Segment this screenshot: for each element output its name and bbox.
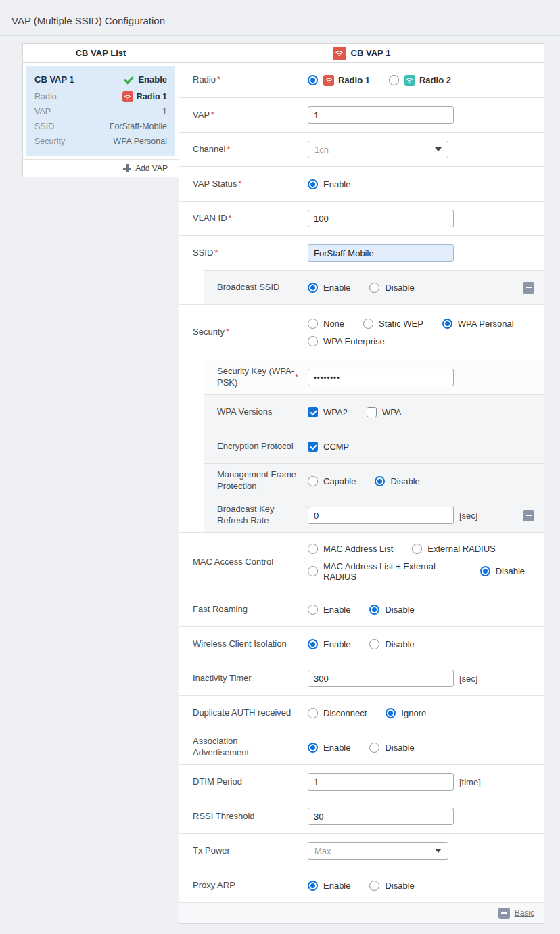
required-asterisk: * [295,372,298,383]
form-row-vap-status: VAP Status * Enable [179,166,544,201]
dtim-period-input[interactable] [308,773,454,791]
radio-button[interactable] [308,708,318,718]
radio-option-proxy-arp-enable[interactable]: Enable [308,881,350,891]
checkbox[interactable] [308,407,318,417]
field-label-radio: Radio [193,74,216,86]
vap-card-radio-value: Radio 1 [137,92,167,101]
field-label-wireless-client-isolation: Wireless Client Isolation [193,638,287,650]
vap-card-row-ssid: SSID ForStaff-Mobile [34,119,167,134]
vap-form-title: CB VAP 1 [351,48,391,58]
radio-option-broadcast-ssid-disable[interactable]: Disable [369,283,414,293]
vap-card-status: Enable [124,74,167,85]
radio-button[interactable] [369,639,379,649]
chevron-down-icon [435,849,442,853]
broadcast-key-refresh-rate-input[interactable] [308,507,454,524]
radio-button[interactable] [308,179,318,189]
radio-button[interactable] [308,743,318,753]
radio-option-wci-disable[interactable]: Disable [369,639,414,649]
vap-input[interactable] [308,106,454,124]
checkbox-option-wpa2[interactable]: WPA2 [308,407,348,417]
checkbox-option-wpa[interactable]: WPA [367,407,402,417]
channel-select-value: 1ch [314,145,329,155]
radio-option-radio2[interactable]: Radio 2 [389,75,451,86]
collapse-minus-button[interactable] [523,282,534,294]
radio-option-mac-address-list[interactable]: MAC Address List [308,544,393,554]
collapse-minus-button[interactable] [523,510,534,521]
radio-button[interactable] [386,708,396,718]
radio-button[interactable] [308,283,318,293]
required-asterisk: * [211,110,214,121]
field-label-vap: VAP [193,110,210,121]
field-label-wpa-versions: WPA Versions [217,406,272,418]
rssi-threshold-input[interactable] [308,808,454,825]
radio-button[interactable] [369,283,379,293]
radio-button[interactable] [308,566,318,576]
basic-link[interactable]: Basic [515,908,534,918]
radio-option-mac-list-plus-radius[interactable]: MAC Address List + External RADIUS [308,561,461,582]
form-row-radio: Radio * Radio 1 Radio 2 [179,63,544,97]
vap-configuration-content: CB VAP List CB VAP 1 Enable Radio [22,43,544,924]
radio-button[interactable] [308,476,318,486]
radio-button[interactable] [363,319,373,329]
radio-button[interactable] [369,605,379,615]
radio-button[interactable] [389,75,399,85]
form-row-broadcast-ssid: Broadcast SSID Enable Disable [204,270,544,304]
inactivity-timer-input[interactable] [308,670,454,687]
vlan-id-input[interactable] [308,210,454,227]
field-label-inactivity-timer: Inactivity Timer [193,673,252,684]
radio-option-assoc-adv-enable[interactable]: Enable [308,743,350,753]
checkbox[interactable] [367,407,377,417]
radio-button[interactable] [308,639,318,649]
radio-option-dup-auth-ignore[interactable]: Ignore [386,708,426,718]
field-label-broadcast-key-refresh-rate: Broadcast Key Refresh Rate [217,504,297,527]
radio-option-security-none[interactable]: None [308,319,344,329]
security-key-input[interactable] [308,369,454,386]
radio-button[interactable] [308,336,318,346]
radio-option-dup-auth-disconnect[interactable]: Disconnect [308,708,367,718]
tx-power-select[interactable]: Max [308,842,448,860]
vap-form-header: CB VAP 1 [179,44,544,63]
radio-button[interactable] [480,566,490,576]
radio-option-external-radius[interactable]: External RADIUS [412,544,495,554]
radio-option-mac-acl-disable[interactable]: Disable [480,566,525,576]
radio-button[interactable] [375,476,385,486]
radio-option-radio1[interactable]: Radio 1 [308,75,370,86]
form-footer: Basic [179,902,544,923]
radio-button[interactable] [308,881,318,891]
radio-option-assoc-adv-disable[interactable]: Disable [369,743,414,753]
radio-option-proxy-arp-disable[interactable]: Disable [369,881,414,891]
field-label-tx-power: Tx Power [193,845,230,857]
radio-option-security-wpa-personal[interactable]: WPA Personal [442,319,514,329]
checkbox-option-ccmp[interactable]: CCMP [308,442,349,452]
required-asterisk: * [214,248,218,259]
radio-option-fast-roaming-disable[interactable]: Disable [369,605,414,615]
add-vap-link[interactable]: Add VAP [135,164,168,173]
radio-button[interactable] [369,881,379,891]
ssid-input[interactable] [308,244,454,262]
radio-button[interactable] [412,544,422,554]
field-label-vap-status: VAP Status [193,179,237,190]
radio-option-mfp-capable[interactable]: Capable [308,476,356,486]
radio-option-security-wpa-enterprise[interactable]: WPA Enterprise [308,336,385,346]
radio-button[interactable] [308,544,318,554]
radio-option-vap-status-enable[interactable]: Enable [308,179,350,189]
radio-option-broadcast-ssid-enable[interactable]: Enable [308,283,350,293]
form-row-wpa-versions: WPA Versions WPA2 WPA [204,394,544,429]
channel-select[interactable]: 1ch [308,141,448,158]
vap-card-cb-vap-1[interactable]: CB VAP 1 Enable Radio Radio 1 [26,66,175,156]
radio-button[interactable] [369,743,379,753]
radio-button[interactable] [308,319,318,329]
radio-button[interactable] [308,75,318,85]
form-row-vap: VAP * [179,97,544,132]
radio-option-wci-enable[interactable]: Enable [308,639,350,649]
radio-option-fast-roaming-enable[interactable]: Enable [308,605,350,615]
radio-option-security-static-wep[interactable]: Static WEP [363,319,423,329]
checkbox[interactable] [308,442,318,452]
plus-icon [123,164,131,172]
wifi-icon [333,47,346,60]
vap-card-row-vap: VAP 1 [34,104,167,119]
radio-option-mfp-disable[interactable]: Disable [375,476,419,486]
required-asterisk: * [226,327,229,338]
radio-button[interactable] [442,319,452,329]
radio-button[interactable] [308,605,318,615]
